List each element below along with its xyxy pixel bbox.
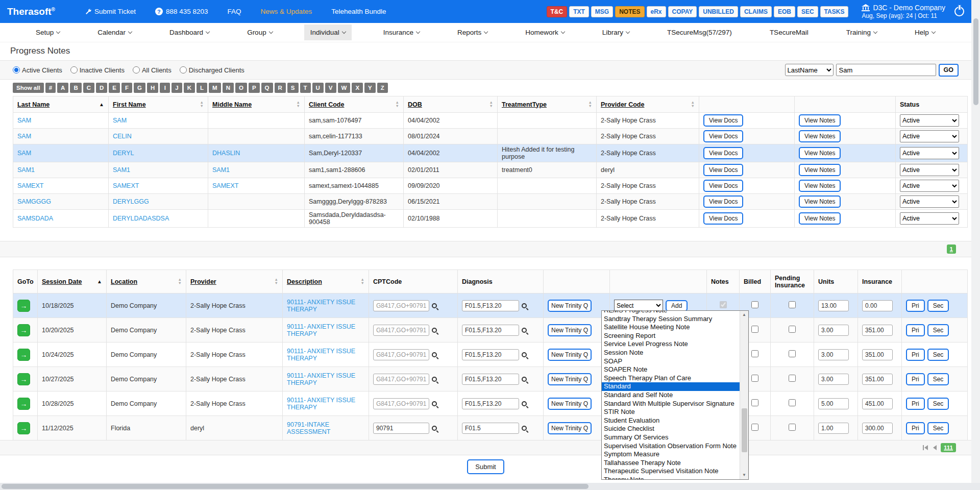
diagnosis-input[interactable] <box>462 423 519 434</box>
units-input[interactable] <box>818 325 849 336</box>
view-notes-button[interactable]: View Notes <box>799 212 841 225</box>
badge-unbilled[interactable]: UNBILLED <box>699 6 738 17</box>
nav-item-homework[interactable]: Homework <box>519 24 571 40</box>
cpt-search-icon[interactable] <box>432 328 437 333</box>
radio-discharged-clients[interactable]: Discharged Clients <box>180 66 244 74</box>
pending-insurance-checkbox[interactable] <box>789 350 796 357</box>
billed-checkbox[interactable] <box>751 399 758 406</box>
clients-header-provider-code[interactable]: Provider Code▲▼ <box>597 96 699 113</box>
session-description-link[interactable]: 90111- ANXIETY ISSUE THERAPY <box>287 397 355 411</box>
cpt-code-input[interactable] <box>373 349 429 360</box>
submit-button[interactable]: Submit <box>467 459 504 474</box>
badge-copay[interactable]: COPAY <box>668 6 697 17</box>
session-description-link[interactable]: 90111- ANXIETY ISSUE THERAPY <box>287 348 355 362</box>
alpha-filter-v[interactable]: V <box>325 83 336 93</box>
sort-icon[interactable]: ▲▼ <box>361 278 364 285</box>
diagnosis-input[interactable] <box>462 374 519 385</box>
alpha-filter-s[interactable]: S <box>287 83 299 93</box>
units-input[interactable] <box>818 423 849 434</box>
alpha-filter-w[interactable]: W <box>338 83 351 93</box>
new-trinity-q-button[interactable]: New Trinity Q <box>548 300 592 312</box>
note-type-option-screening-report[interactable]: Screening Report <box>602 332 740 340</box>
alpha-filter-show-all[interactable]: Show all <box>13 83 44 93</box>
pagination-first-icon[interactable] <box>923 445 928 450</box>
vertical-scrollbar-thumb[interactable] <box>973 18 978 105</box>
view-docs-button[interactable]: View Docs <box>703 130 743 142</box>
pending-insurance-checkbox[interactable] <box>789 375 796 382</box>
view-notes-button[interactable]: View Notes <box>799 164 841 176</box>
alpha-filter-a[interactable]: A <box>57 83 68 93</box>
pending-insurance-checkbox[interactable] <box>789 399 796 406</box>
new-trinity-q-button[interactable]: New Trinity Q <box>548 373 592 385</box>
view-docs-button[interactable]: View Docs <box>703 147 743 159</box>
note-type-option-supervised-visitation-observation-form-note[interactable]: Supervised Visitation Observation Form N… <box>602 442 740 451</box>
view-docs-button[interactable]: View Docs <box>703 114 743 127</box>
cpt-code-input[interactable] <box>373 325 429 336</box>
insurance-input[interactable] <box>862 349 893 360</box>
goto-session-button[interactable]: → <box>17 398 30 410</box>
clients-header-treatmenttype[interactable]: TreatmentType▲▼ <box>498 96 597 113</box>
goto-session-button[interactable]: → <box>17 324 30 336</box>
go-button[interactable]: GO <box>939 64 959 77</box>
clients-page-1-button[interactable]: 1 <box>947 244 956 254</box>
pri-button[interactable]: Pri <box>906 300 925 312</box>
add-note-button[interactable]: Add <box>666 300 688 311</box>
client-first-name-link[interactable]: DERYLGGG <box>113 198 149 205</box>
radio-inactive-clients[interactable]: Inactive Clients <box>70 66 125 74</box>
alpha-filter-p[interactable]: P <box>249 83 260 93</box>
alpha-filter-y[interactable]: Y <box>364 83 376 93</box>
sessions-header-location[interactable]: Location▲▼ <box>107 270 186 293</box>
diagnosis-search-icon[interactable] <box>522 352 527 357</box>
badge-txt[interactable]: TXT <box>569 6 589 17</box>
clients-header-first-name[interactable]: First Name▲▼ <box>109 96 208 113</box>
radio-input-inactive-clients[interactable] <box>70 66 78 74</box>
sessions-header-session-date[interactable]: Session Date▲ <box>38 270 107 293</box>
new-trinity-q-button[interactable]: New Trinity Q <box>548 422 592 434</box>
alpha-filter-g[interactable]: G <box>134 83 145 93</box>
new-trinity-q-button[interactable]: New Trinity Q <box>548 324 592 336</box>
telehealth-bundle-link[interactable]: Telehealth Bundle <box>331 8 386 15</box>
nav-item-calendar[interactable]: Calendar <box>91 24 138 40</box>
view-docs-button[interactable]: View Docs <box>703 195 743 208</box>
billed-checkbox[interactable] <box>751 326 758 333</box>
alpha-filter-n[interactable]: N <box>223 83 234 93</box>
badge-msg[interactable]: MSG <box>591 6 613 17</box>
nav-item-dashboard[interactable]: Dashboard <box>163 24 215 40</box>
note-type-option-suicide-checklist[interactable]: Suicide Checklist <box>602 425 740 433</box>
logout-power-icon[interactable] <box>954 7 964 16</box>
client-first-name-link[interactable]: CELIN <box>113 133 132 140</box>
units-input[interactable] <box>818 349 849 360</box>
units-input[interactable] <box>818 300 849 311</box>
nav-item-training[interactable]: Training <box>840 24 883 40</box>
vertical-scrollbar[interactable] <box>971 0 980 483</box>
alpha-filter-j[interactable]: J <box>172 83 182 93</box>
alpha-filter-c[interactable]: C <box>83 83 94 93</box>
client-middle-name-link[interactable]: DHASLIN <box>212 150 240 157</box>
session-description-link[interactable]: 90111- ANXIETY ISSUE THERAPY <box>287 299 355 313</box>
horizontal-scrollbar[interactable] <box>0 483 980 490</box>
view-notes-button[interactable]: View Notes <box>799 147 841 159</box>
scrollbar-thumb[interactable] <box>742 408 747 452</box>
alpha-filter-f[interactable]: F <box>121 83 132 93</box>
note-type-option-sandtray-therapy-session-summary[interactable]: Sandtray Therapy Session Summary <box>602 315 740 324</box>
sort-asc-icon[interactable]: ▲ <box>97 279 102 284</box>
clients-header-client-code[interactable]: Client Code▲▼ <box>305 96 404 113</box>
alpha-filter-l[interactable]: L <box>197 83 207 93</box>
diagnosis-search-icon[interactable] <box>522 377 527 382</box>
view-notes-button[interactable]: View Notes <box>799 114 841 127</box>
clients-header-dob[interactable]: DOB▲▼ <box>404 96 498 113</box>
cpt-code-input[interactable] <box>373 423 429 434</box>
sec-button[interactable]: Sec <box>927 398 949 410</box>
nav-item-insurance[interactable]: Insurance <box>377 24 426 40</box>
note-type-select[interactable]: Select <box>614 300 663 311</box>
sec-button[interactable]: Sec <box>927 324 949 336</box>
diagnosis-input[interactable] <box>462 300 519 311</box>
insurance-input[interactable] <box>862 423 893 434</box>
cpt-search-icon[interactable] <box>432 401 437 406</box>
app-logo[interactable]: Therasoft® <box>7 6 55 17</box>
note-type-option-service-level-progress-note[interactable]: Service Level Progress Note <box>602 340 740 349</box>
client-first-name-link[interactable]: SAMEXT <box>113 182 139 189</box>
scroll-down-icon[interactable]: ▼ <box>740 471 748 479</box>
goto-session-button[interactable]: → <box>17 300 30 312</box>
billed-checkbox[interactable] <box>751 350 758 357</box>
